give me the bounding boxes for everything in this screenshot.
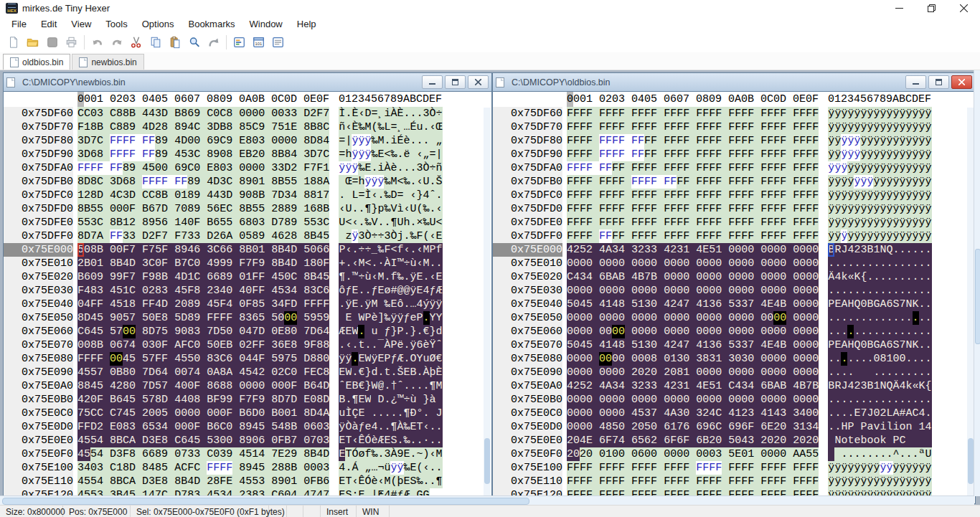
hex-byte[interactable]: 45 <box>252 461 265 475</box>
ascii-char[interactable]: o <box>873 434 880 447</box>
ascii-char[interactable]: ¯ <box>377 338 384 352</box>
hex-byte[interactable]: 89 <box>239 434 252 447</box>
hex-byte[interactable]: 8D <box>77 229 90 243</box>
hex-byte[interactable]: 41 <box>760 407 773 420</box>
ascii-char[interactable] <box>828 447 834 461</box>
hex-byte[interactable]: 34 <box>741 379 754 393</box>
ascii-char[interactable]: 4 <box>834 270 841 284</box>
hex-byte[interactable]: 00 <box>728 257 741 270</box>
hex-byte[interactable]: 0F <box>316 257 329 270</box>
ascii-char[interactable]: 3 <box>860 243 867 257</box>
ascii-char[interactable]: V <box>371 216 377 229</box>
ascii-char[interactable]: ~ <box>417 447 423 461</box>
hex-byte[interactable]: 8B <box>239 202 252 216</box>
ascii-char[interactable]: ÿ <box>893 161 900 175</box>
hex-byte[interactable]: 00 <box>580 366 593 379</box>
hex-byte[interactable]: FF <box>806 475 819 488</box>
hex-bytes[interactable]: FFFF FFFF FFFF FFFF FFFF FFFF FFFF FFFF <box>567 175 819 189</box>
hex-byte[interactable]: 69 <box>696 420 709 434</box>
ascii-char[interactable]: ÿ <box>339 161 345 175</box>
hex-byte[interactable]: 00 <box>567 257 580 270</box>
ascii-char[interactable]: . <box>919 325 925 338</box>
ascii-char[interactable]: ‹ <box>371 270 377 284</box>
ascii-char[interactable]: . <box>900 393 906 407</box>
hex-byte[interactable]: C8 <box>110 120 123 134</box>
hex-byte[interactable]: FF <box>696 229 709 243</box>
ascii-char[interactable]: 6 <box>887 338 893 352</box>
hex-byte[interactable]: FF <box>760 229 773 243</box>
hex-byte[interactable]: C0 <box>187 338 200 352</box>
hex-byte[interactable]: 3C <box>207 243 220 257</box>
ascii-char[interactable] <box>371 393 377 407</box>
hex-byte[interactable]: 51 <box>709 243 722 257</box>
hex-byte[interactable]: 31 <box>709 352 722 366</box>
ascii-char[interactable]: . <box>913 284 919 298</box>
hex-byte[interactable]: FF <box>773 120 786 134</box>
ascii-char[interactable]: ‹ <box>423 420 430 434</box>
hex-byte[interactable]: 45 <box>77 434 90 447</box>
ascii-char[interactable]: ƒ <box>430 284 436 298</box>
ascii-char[interactable]: M <box>371 298 377 311</box>
hex-byte[interactable]: 00 <box>806 298 819 311</box>
ascii-chars[interactable]: ÿÿÿÿÿÿÿÿÿÿÿÿÿÿÿÿ <box>828 134 931 148</box>
hex-byte[interactable]: 6A <box>220 229 232 243</box>
ascii-char[interactable]: . <box>371 161 377 175</box>
hex-byte[interactable]: FF <box>793 148 806 161</box>
ascii-char[interactable]: < <box>345 216 352 229</box>
ascii-char[interactable]: ÿ <box>828 475 834 488</box>
hex-byte[interactable]: FF <box>567 120 580 134</box>
ascii-char[interactable]: ÿ <box>860 134 867 148</box>
ascii-char[interactable]: E <box>854 407 860 420</box>
ascii-char[interactable]: O <box>410 352 417 366</box>
ascii-char[interactable]: S <box>893 298 900 311</box>
hex-byte[interactable]: FF <box>709 107 722 120</box>
hex-bytes[interactable]: FFFF FFFF FFFF FFFF FFFF FFFF FFFF FFFF <box>567 107 819 120</box>
ascii-char[interactable]: ÿ <box>873 475 880 488</box>
hex-byte[interactable]: FF <box>806 175 819 189</box>
ascii-char[interactable]: ÿ <box>887 475 893 488</box>
hex-byte[interactable]: FF <box>664 120 677 134</box>
ascii-char[interactable]: . <box>358 284 364 298</box>
ascii-char[interactable]: A <box>841 298 847 311</box>
hex-byte[interactable]: 01 <box>599 447 612 461</box>
hex-byte[interactable]: 00 <box>806 325 819 338</box>
hex-bytes[interactable]: 204E 6F74 6562 6F6F 6B20 5043 2020 2020 <box>567 434 819 447</box>
menu-file[interactable]: File <box>4 17 34 31</box>
hex-byte[interactable]: 30 <box>644 338 657 352</box>
ascii-char[interactable]: . <box>384 393 390 407</box>
ascii-char[interactable]: . <box>358 202 364 216</box>
hex-byte[interactable]: FF <box>677 216 689 229</box>
ascii-char[interactable]: . <box>913 393 919 407</box>
ascii-char[interactable]: ÿ <box>847 216 854 229</box>
ascii-char[interactable]: ÿ <box>873 216 880 229</box>
ascii-char[interactable]: . <box>925 393 932 407</box>
ascii-char[interactable]: ÿ <box>906 107 913 120</box>
ascii-char[interactable]: ÿ <box>906 161 913 175</box>
ascii-char[interactable]: ‹ <box>352 216 358 229</box>
ascii-char[interactable]: E <box>345 379 352 393</box>
hex-byte[interactable]: 49 <box>207 257 220 270</box>
ascii-char[interactable]: . <box>397 407 404 420</box>
hex-byte[interactable]: 89 <box>187 298 200 311</box>
ascii-char[interactable]: . <box>919 284 925 298</box>
hex-byte[interactable]: 45 <box>207 298 220 311</box>
hex-byte[interactable]: 37 <box>741 338 754 352</box>
hex-byte[interactable]: 00 <box>677 325 689 338</box>
ascii-char[interactable]: 3 <box>384 447 390 461</box>
ascii-char[interactable]: ÿ <box>906 148 913 161</box>
hex-byte[interactable]: 89 <box>187 189 200 202</box>
tab-newbios[interactable]: newbios.bin <box>72 54 143 70</box>
hex-byte[interactable]: FF <box>728 229 741 243</box>
hex-byte[interactable]: FF <box>123 134 136 148</box>
hex-byte[interactable]: 88 <box>77 379 90 393</box>
hex-byte[interactable]: FF <box>599 107 612 120</box>
ascii-char[interactable]: ÿ <box>880 134 886 148</box>
hex-byte[interactable]: 18 <box>123 298 136 311</box>
hex-bytes[interactable]: 128D 4C3D CC8B 0189 443D 908B 7D34 8817 <box>77 189 329 202</box>
ascii-char[interactable]: ÿ <box>410 284 417 298</box>
ascii-char[interactable]: ÿ <box>339 352 345 366</box>
hex-byte[interactable]: 54 <box>90 475 103 488</box>
ascii-char[interactable]: . <box>417 107 423 120</box>
ascii-char[interactable]: ÿ <box>919 134 925 148</box>
hex-byte[interactable]: 00 <box>760 257 773 270</box>
